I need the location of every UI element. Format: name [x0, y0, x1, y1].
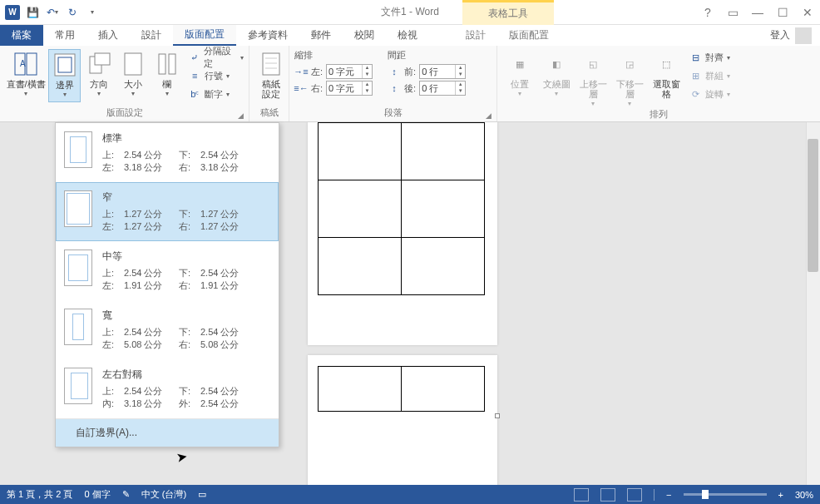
qat-customize-icon[interactable]: ▾ — [83, 3, 101, 22]
tab-table-design[interactable]: 設計 — [454, 25, 497, 46]
margins-option-mirrored[interactable]: 左右對稱 上:2.54 公分下:2.54 公分 內:3.18 公分外:2.54 … — [56, 359, 279, 418]
svg-text:A: A — [20, 59, 26, 68]
status-word-count[interactable]: 0 個字 — [84, 488, 110, 501]
tab-review[interactable]: 校閱 — [343, 25, 386, 46]
zoom-slider[interactable] — [684, 493, 767, 496]
window-title: 文件1 - Word — [381, 5, 439, 19]
manuscript-button[interactable]: 稿紙 設定 — [254, 49, 288, 99]
view-web-layout-icon[interactable] — [627, 488, 642, 502]
scrollbar-thumb[interactable] — [808, 139, 818, 272]
indent-right-input[interactable]: 0 字元▲▼ — [326, 81, 373, 96]
word-app-icon[interactable]: W — [3, 3, 22, 22]
columns-button[interactable]: 欄▾ — [151, 49, 183, 102]
group-manuscript: 稿紙 設定 稿紙 — [249, 46, 289, 121]
svg-rect-9 — [169, 54, 175, 74]
indent-left-input[interactable]: 0 字元▲▼ — [326, 64, 373, 79]
group-paragraph: 縮排 →≡左: 0 字元▲▼ ≡←右: 0 字元▲▼ 間距 ↕前: 0 行▲▼ … — [289, 46, 497, 121]
undo-icon[interactable]: ↶▾ — [43, 3, 62, 22]
size-button[interactable]: 大小▾ — [116, 49, 149, 102]
zoom-in-icon[interactable]: + — [778, 490, 783, 500]
tab-table-layout[interactable]: 版面配置 — [497, 25, 561, 46]
text-direction-icon: A — [12, 51, 39, 77]
spacing-before-row: ↕前: 0 行▲▼ — [388, 63, 466, 80]
document-table-1[interactable] — [318, 122, 485, 295]
hyphenation-button[interactable]: bᶜ斷字 ▾ — [188, 86, 244, 102]
margins-option-wide[interactable]: 寬 上:2.54 公分下:2.54 公分 左:5.08 公分右:5.08 公分 — [56, 300, 279, 359]
send-backward-icon: ◲ — [616, 51, 643, 77]
status-page[interactable]: 第 1 頁，共 2 頁 — [7, 488, 72, 501]
sign-in[interactable]: 登入 — [770, 27, 812, 44]
group-icon: ⊞ — [689, 69, 702, 82]
redo-icon[interactable]: ↻ — [63, 3, 82, 22]
status-insert-mode-icon[interactable]: ▭ — [198, 489, 206, 500]
margins-option-narrow[interactable]: 窄 上:1.27 公分下:1.27 公分 左:1.27 公分右:1.27 公分 — [56, 182, 279, 241]
wrap-text-button: ◧文繞圖▾ — [539, 49, 574, 108]
save-icon[interactable]: 💾 — [23, 3, 42, 22]
vertical-scrollbar[interactable] — [806, 122, 820, 485]
breaks-icon: ⤶ — [188, 51, 200, 64]
zoom-out-icon[interactable]: − — [666, 490, 671, 500]
minimize-icon[interactable]: — — [748, 6, 767, 19]
status-language[interactable]: 中文 (台灣) — [141, 488, 186, 501]
tab-references[interactable]: 參考資料 — [236, 25, 299, 46]
selection-pane-icon: ⬚ — [653, 51, 679, 77]
text-direction-button[interactable]: A 直書/橫書▾ — [5, 49, 47, 102]
bring-forward-button: ◱上移一層▾ — [575, 49, 610, 108]
table-tools-contextual-tab: 表格工具 — [462, 0, 554, 25]
tab-page-layout[interactable]: 版面配置 — [173, 25, 236, 46]
svg-rect-6 — [95, 53, 110, 65]
columns-icon — [154, 51, 180, 77]
margin-thumb-icon — [64, 190, 92, 227]
tab-design[interactable]: 設計 — [130, 25, 173, 46]
margin-thumb-icon — [64, 131, 92, 168]
indent-right-row: ≡←右: 0 字元▲▼ — [294, 80, 373, 96]
spacing-before-input[interactable]: 0 行▲▼ — [419, 64, 466, 79]
margin-thumb-icon — [64, 250, 92, 286]
group-label-manuscript: 稿紙 — [254, 106, 284, 120]
help-icon[interactable]: ? — [699, 6, 717, 19]
spacing-after-icon: ↕ — [388, 82, 401, 95]
breaks-button[interactable]: ⤶分隔設定 ▾ — [188, 49, 244, 66]
tab-view[interactable]: 檢視 — [386, 25, 429, 46]
margins-option-normal[interactable]: 標準 上:2.54 公分下:2.54 公分 左:3.18 公分右:3.18 公分 — [56, 123, 279, 182]
custom-margins-button[interactable]: 自訂邊界(A)... — [56, 418, 279, 447]
indent-header: 縮排 — [294, 49, 373, 62]
tab-insert[interactable]: 插入 — [86, 25, 130, 46]
maximize-icon[interactable]: ☐ — [773, 6, 792, 19]
page-1-bottom — [308, 122, 497, 345]
view-print-layout-icon[interactable] — [600, 488, 615, 502]
ribbon-display-icon[interactable]: ▭ — [724, 6, 742, 19]
svg-rect-1 — [27, 53, 37, 75]
page-setup-launcher-icon[interactable]: ◢ — [238, 111, 244, 120]
ribbon-tabs: 檔案 常用 插入 設計 版面配置 參考資料 郵件 校閱 檢視 設計 版面配置 登… — [0, 25, 820, 46]
rotate-icon: ⟳ — [689, 87, 702, 101]
position-button: ▦位置▾ — [502, 49, 537, 108]
paragraph-launcher-icon[interactable]: ◢ — [486, 111, 492, 120]
spacing-after-input[interactable]: 0 行▲▼ — [419, 81, 466, 96]
margins-button[interactable]: 邊界▾ — [48, 49, 81, 102]
document-table-2[interactable] — [318, 366, 485, 412]
margins-option-medium[interactable]: 中等 上:2.54 公分下:2.54 公分 左:1.91 公分右:1.91 公分 — [56, 241, 279, 300]
tab-home[interactable]: 常用 — [43, 25, 86, 46]
zoom-level[interactable]: 30% — [795, 490, 813, 500]
view-read-mode-icon[interactable] — [574, 488, 589, 502]
indent-left-row: →≡左: 0 字元▲▼ — [294, 63, 373, 80]
group-arrange: ▦位置▾ ◧文繞圖▾ ◱上移一層▾ ◲下移一層▾ ⬚選取窗格 ⊟對齊 ▾ ⊞群組… — [497, 46, 820, 121]
orientation-button[interactable]: 方向▾ — [82, 49, 115, 102]
tab-mailings[interactable]: 郵件 — [299, 25, 343, 46]
group-label-paragraph: 段落◢ — [294, 106, 492, 120]
wrap-icon: ◧ — [543, 51, 570, 77]
svg-rect-8 — [159, 54, 165, 74]
window-controls: ? ▭ — ☐ ✕ — [699, 6, 817, 19]
spacing-after-row: ↕後: 0 行▲▼ — [388, 80, 466, 96]
selection-pane-button[interactable]: ⬚選取窗格 — [649, 49, 684, 108]
margins-dropdown: 標準 上:2.54 公分下:2.54 公分 左:3.18 公分右:3.18 公分… — [55, 122, 279, 447]
align-button[interactable]: ⊟對齊 ▾ — [689, 49, 730, 66]
status-spellcheck-icon[interactable]: ✎ — [122, 489, 130, 500]
table-resize-handle[interactable] — [495, 413, 500, 418]
line-numbers-button[interactable]: ≡行號 ▾ — [188, 67, 244, 84]
line-numbers-icon: ≡ — [188, 69, 201, 82]
manuscript-icon — [258, 51, 284, 77]
tab-file[interactable]: 檔案 — [0, 25, 43, 46]
close-icon[interactable]: ✕ — [798, 6, 817, 19]
